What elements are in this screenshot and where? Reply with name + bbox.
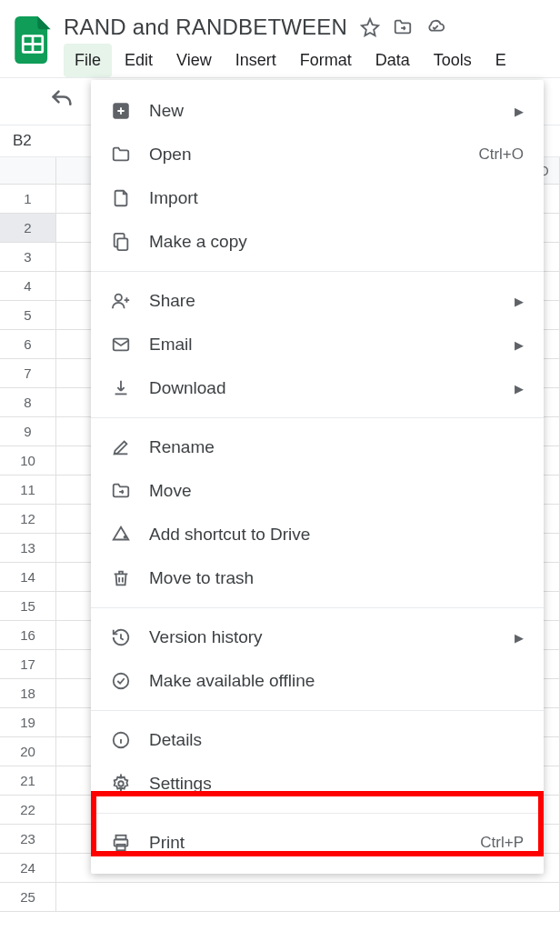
menu-label: Open: [149, 145, 478, 165]
chevron-right-icon: ▶: [515, 105, 524, 118]
divider: [91, 813, 544, 814]
row-header[interactable]: 22: [0, 796, 56, 824]
menu-share[interactable]: Share ▶: [91, 279, 544, 323]
divider: [91, 417, 544, 418]
row-header[interactable]: 15: [0, 592, 56, 620]
menu-rename[interactable]: Rename: [91, 425, 544, 469]
email-icon: [111, 335, 140, 355]
menu-download[interactable]: Download ▶: [91, 366, 544, 410]
row-header[interactable]: 16: [0, 621, 56, 649]
row-header[interactable]: 17: [0, 650, 56, 678]
menu-label: Make a copy: [149, 232, 524, 252]
move-icon: [111, 481, 140, 501]
row-header[interactable]: 20: [0, 737, 56, 766]
menu-edit[interactable]: Edit: [114, 44, 164, 77]
row-header[interactable]: 13: [0, 534, 56, 562]
name-box[interactable]: B2: [0, 132, 65, 150]
file-dropdown: New ▶ Open Ctrl+O Import Make a copy Sha…: [91, 80, 544, 874]
offline-icon: [111, 671, 140, 691]
row-header[interactable]: 25: [0, 883, 56, 911]
row-header[interactable]: 21: [0, 766, 56, 795]
menu-label: Details: [149, 730, 524, 750]
menu-insert[interactable]: Insert: [225, 44, 287, 77]
doc-title[interactable]: RAND and RANDBETWEEN: [64, 15, 347, 40]
cloud-status-icon[interactable]: [425, 17, 445, 37]
menu-trash[interactable]: Move to trash: [91, 556, 544, 600]
row-header[interactable]: 23: [0, 825, 56, 853]
history-icon: [111, 627, 140, 647]
info-icon: [111, 730, 140, 750]
row-header[interactable]: 12: [0, 505, 56, 533]
row-header[interactable]: 18: [0, 679, 56, 707]
menu-label: Print: [149, 833, 480, 853]
plus-box-icon: [111, 101, 140, 121]
menu-import[interactable]: Import: [91, 176, 544, 220]
menu-view[interactable]: View: [165, 44, 223, 77]
header: RAND and RANDBETWEEN File Edit View Inse…: [0, 0, 560, 77]
menu-make-copy[interactable]: Make a copy: [91, 220, 544, 264]
chevron-right-icon: ▶: [515, 338, 524, 352]
shortcut-label: Ctrl+O: [478, 145, 524, 164]
row-header[interactable]: 8: [0, 388, 56, 416]
menu-offline[interactable]: Make available offline: [91, 659, 544, 703]
menu-new[interactable]: New ▶: [91, 89, 544, 133]
row-header[interactable]: 11: [0, 476, 56, 504]
row-header[interactable]: 14: [0, 563, 56, 591]
menu-label: Email: [149, 335, 515, 355]
gear-icon: [111, 774, 140, 794]
sheet-row: 25: [0, 883, 560, 912]
row-header[interactable]: 5: [0, 301, 56, 329]
menu-label: Move: [149, 481, 524, 501]
person-add-icon: [111, 291, 140, 311]
svg-point-7: [114, 674, 129, 689]
row-header[interactable]: 19: [0, 708, 56, 736]
divider: [91, 607, 544, 608]
divider: [91, 710, 544, 711]
row-header[interactable]: 10: [0, 446, 56, 475]
select-all-corner[interactable]: [0, 157, 56, 184]
download-icon: [111, 378, 140, 398]
drive-shortcut-icon: [111, 525, 140, 545]
menu-version-history[interactable]: Version history ▶: [91, 616, 544, 659]
menu-open[interactable]: Open Ctrl+O: [91, 133, 544, 176]
menu-details[interactable]: Details: [91, 718, 544, 762]
sheets-logo[interactable]: [11, 9, 55, 64]
chevron-right-icon: ▶: [515, 295, 524, 308]
star-icon[interactable]: [360, 17, 380, 37]
menu-move[interactable]: Move: [91, 469, 544, 513]
row-header[interactable]: 6: [0, 330, 56, 358]
menu-format[interactable]: Format: [289, 44, 363, 77]
menu-label: Add shortcut to Drive: [149, 525, 524, 545]
menu-label: Make available offline: [149, 671, 524, 691]
divider: [91, 271, 544, 272]
move-folder-icon[interactable]: [393, 17, 413, 37]
menu-data[interactable]: Data: [365, 44, 421, 77]
undo-icon[interactable]: [49, 87, 75, 116]
row-header[interactable]: 7: [0, 359, 56, 387]
menu-tools[interactable]: Tools: [423, 44, 483, 77]
folder-icon: [111, 145, 140, 165]
copy-icon: [111, 232, 140, 252]
menu-file[interactable]: File: [64, 44, 112, 77]
row-header[interactable]: 3: [0, 243, 56, 271]
row-header[interactable]: 1: [0, 185, 56, 213]
shortcut-label: Ctrl+P: [480, 834, 524, 852]
chevron-right-icon: ▶: [515, 631, 524, 645]
menu-extensions-cut[interactable]: E: [485, 44, 517, 77]
menu-add-shortcut[interactable]: Add shortcut to Drive: [91, 513, 544, 556]
menu-settings[interactable]: Settings: [91, 762, 544, 806]
menubar: File Edit View Insert Format Data Tools …: [64, 42, 549, 77]
row-header[interactable]: 4: [0, 272, 56, 300]
svg-rect-4: [117, 238, 127, 250]
trash-icon: [111, 568, 140, 588]
menu-label: Move to trash: [149, 568, 524, 588]
menu-email[interactable]: Email ▶: [91, 323, 544, 366]
cell[interactable]: [56, 883, 560, 911]
row-header[interactable]: 2: [0, 214, 56, 242]
row-header[interactable]: 9: [0, 417, 56, 445]
row-header[interactable]: 24: [0, 854, 56, 882]
menu-label: New: [149, 101, 515, 121]
menu-label: Download: [149, 378, 515, 398]
menu-print[interactable]: Print Ctrl+P: [91, 821, 544, 865]
chevron-right-icon: ▶: [515, 382, 524, 395]
